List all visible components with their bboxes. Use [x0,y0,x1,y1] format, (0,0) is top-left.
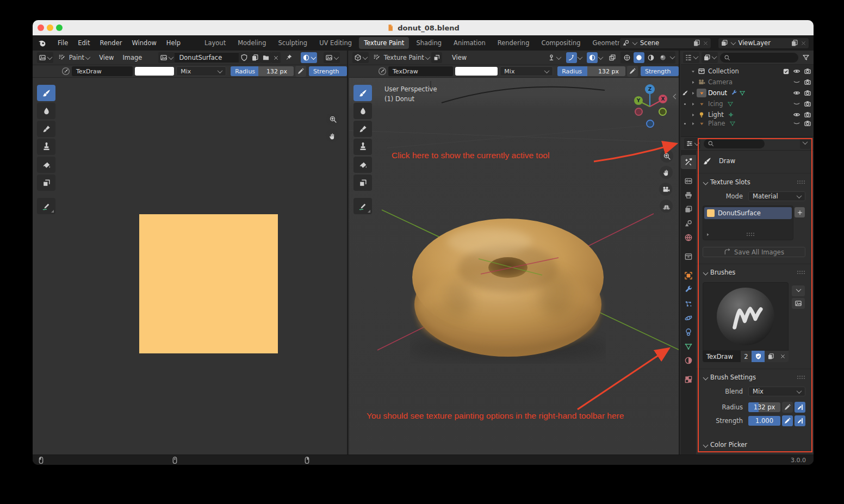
brush-color-swatch[interactable] [135,67,174,76]
menu-file[interactable]: File [53,39,73,47]
properties-tab-physics[interactable] [681,311,696,325]
menu-edit[interactable]: Edit [73,39,95,47]
radius-slider[interactable]: 132 px [748,402,780,412]
xray-button[interactable] [607,52,618,63]
mask-tool-button[interactable] [353,175,372,191]
outliner-row-donut[interactable]: Donut [681,88,814,98]
expand-icon[interactable] [691,121,696,126]
gizmos-dropdown[interactable] [546,52,562,63]
gizmo-z-axis[interactable]: Z [645,84,655,94]
brush-color-swatch[interactable] [455,67,498,76]
fake-user-button[interactable] [239,52,250,63]
properties-tab-texture[interactable] [681,372,696,387]
properties-tab-object-data[interactable] [681,339,696,353]
radius-pressure-button[interactable] [782,402,793,413]
expand-icon[interactable] [691,69,696,74]
properties-tab-material[interactable] [681,353,696,368]
render-visibility-icon[interactable] [804,100,811,108]
mode-dropdown[interactable]: Material [748,191,805,201]
brush-popover[interactable] [376,66,388,77]
smear-tool-button[interactable] [353,121,372,137]
remove-viewlayer-icon[interactable] [800,40,806,46]
close-window-button[interactable] [38,24,44,31]
menu-help[interactable]: Help [162,39,185,47]
outliner-search[interactable] [720,53,798,63]
shading-material-button[interactable] [646,52,656,63]
properties-tab-scene[interactable] [681,216,696,231]
zoom-in-button[interactable] [326,113,339,126]
clone-tool-button[interactable] [37,139,55,155]
workspace-tab-shading[interactable]: Shading [411,37,446,49]
soften-tool-button[interactable] [353,103,372,119]
radius-pressure-button[interactable] [627,66,638,77]
unlink-brush-button[interactable] [777,351,789,362]
properties-tab-modifiers[interactable] [681,283,696,297]
image-canvas[interactable] [139,214,278,353]
fill-tool-button[interactable] [37,157,55,173]
fake-user-toggle[interactable] [752,351,765,362]
brush-preview[interactable] [703,282,789,351]
workspace-tab-texture-paint[interactable]: Texture Paint [359,37,409,49]
workspace-tab-modeling[interactable]: Modeling [233,37,271,49]
browse-image-button[interactable] [158,52,175,63]
properties-tab-output[interactable] [681,188,696,202]
open-image-button[interactable] [260,52,271,63]
panel-grip[interactable] [797,181,805,184]
properties-tab-particles[interactable] [681,297,696,311]
draw-tool-button[interactable] [353,85,372,101]
clone-tool-button[interactable] [353,139,372,155]
eye-icon[interactable] [793,67,800,75]
texture-slot-item[interactable]: DonutSurface [704,207,792,219]
brush-select-dropdown[interactable] [792,285,805,296]
gizmo-minus-z-axis[interactable] [646,120,654,128]
fill-tool-button[interactable] [353,157,372,173]
outliner-row-icing[interactable]: Icing [681,98,814,109]
brush-settings-panel-header[interactable]: Brush Settings [703,371,805,384]
radius-pressure-button[interactable] [295,66,306,77]
shading-rendered-button[interactable] [657,52,668,63]
texture-slots-panel-header[interactable]: Texture Slots [703,176,805,189]
radius-slider[interactable]: Radius132 px [557,66,625,76]
eye-icon[interactable] [793,89,800,97]
brush-name-field[interactable]: TexDraw [72,66,133,76]
render-visibility-icon[interactable] [804,89,811,97]
view-menu[interactable]: View [95,54,118,61]
editor-type-button[interactable] [683,52,699,63]
radius-unified-button[interactable] [795,402,805,413]
properties-tab-collection[interactable] [681,250,696,264]
filter-button[interactable] [800,52,811,63]
gizmo-y-axis[interactable]: Y [634,96,643,105]
pan-button[interactable] [660,166,673,179]
properties-options-button[interactable] [800,138,810,149]
brush-icon-button[interactable] [792,298,805,309]
panel-grip[interactable] [797,271,805,275]
annotate-tool-button[interactable] [37,198,55,214]
unlink-image-button[interactable] [271,52,281,63]
strength-pressure-button[interactable] [782,415,793,426]
workspace-tab-compositing[interactable]: Compositing [536,37,585,49]
properties-tab-render[interactable] [681,174,696,188]
smear-tool-button[interactable] [37,121,55,137]
properties-tab-world[interactable] [681,231,696,245]
workspace-tab-rendering[interactable]: Rendering [493,37,535,49]
properties-tab-constraints[interactable] [681,325,696,339]
blend-dropdown[interactable]: Mix [500,66,553,76]
editor-type-button[interactable] [352,52,369,63]
image-paint-overlay-button[interactable] [301,52,317,63]
workspace-tab-sculpting[interactable]: Sculpting [273,37,312,49]
proportional-edit-button[interactable] [566,52,577,63]
panel-grip[interactable] [797,376,805,379]
color-picker-panel-header[interactable]: Color Picker [703,438,805,451]
strength-slider[interactable]: Strength [309,66,347,76]
outliner-row-light[interactable]: Light [681,109,814,120]
mask-tool-button[interactable] [37,175,55,191]
render-visibility-icon[interactable] [804,78,811,86]
gizmo-minus-y-axis[interactable] [659,108,667,116]
radius-slider[interactable]: Radius132 px [231,66,294,76]
scene-selector[interactable]: Scene [619,38,711,49]
shading-wireframe-button[interactable] [622,52,632,63]
add-texture-slot-button[interactable] [795,207,805,217]
new-image-button[interactable] [250,52,260,63]
blend-dropdown[interactable]: Mix [176,66,226,76]
editor-type-button[interactable] [684,138,700,149]
